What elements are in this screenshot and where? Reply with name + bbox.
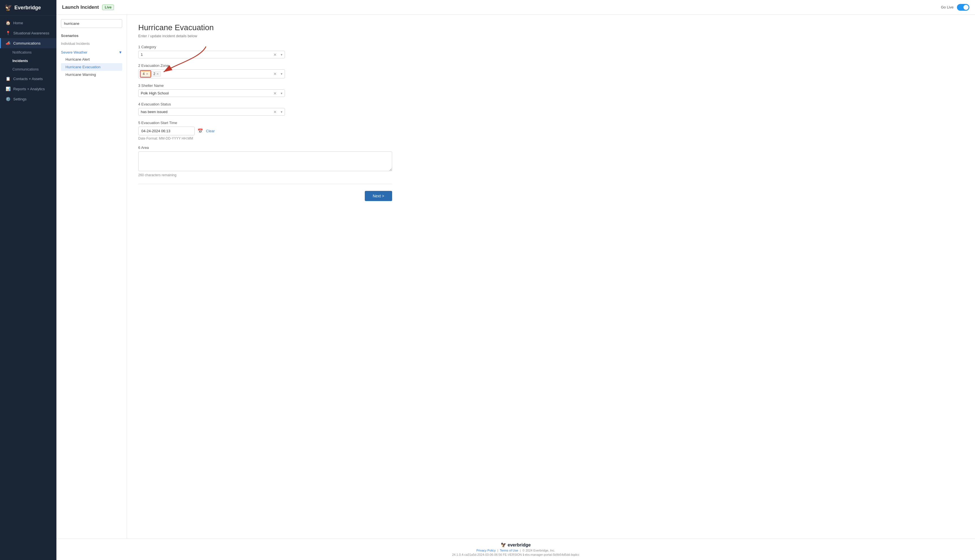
category-control[interactable]: 1 ✕ ▾ <box>138 51 285 58</box>
zone-tag-4-close[interactable]: ✕ <box>146 72 149 76</box>
individual-incidents-title: Individual Incidents <box>57 40 127 47</box>
area-number: 6 <box>138 145 141 150</box>
char-count: 260 characters remaining <box>138 173 964 177</box>
zone-label-text: Evacuation Zone <box>141 63 169 68</box>
area-label: 6 Area <box>138 145 964 150</box>
situational-awareness-icon: 📍 <box>5 31 10 35</box>
sidebar-nav: 🏠 Home 📍 Situational Awareness 📣 Communi… <box>0 15 57 560</box>
shelter-label-text: Shelter Name <box>141 83 164 88</box>
scenario-group-header[interactable]: Severe Weather ▼ <box>61 49 122 55</box>
zone-clear-icon[interactable]: ✕ <box>273 72 277 76</box>
form-title: Hurricane Evacuation <box>138 23 964 32</box>
sidebar-item-reports-analytics[interactable]: 📊 Reports + Analytics <box>0 84 57 94</box>
evacuation-zone-control[interactable]: 4 ✕ 2 ✕ ✕ ▾ <box>138 69 285 78</box>
form-subtitle: Enter / update incident details below <box>138 34 964 38</box>
clear-datetime-link[interactable]: Clear <box>206 129 215 133</box>
date-format-hint: Date Format: MM-DD-YYYY HH:MM <box>138 137 964 140</box>
search-wrapper <box>57 19 127 31</box>
form-panel-inner: Hurricane Evacuation Enter / update inci… <box>138 23 964 201</box>
field-evacuation-start-time: 5 Evacuation Start Time 📅 Clear Date For… <box>138 121 964 140</box>
field-area: 6 Area 260 characters remaining <box>138 145 964 177</box>
datetime-wrapper: 📅 Clear <box>138 127 964 135</box>
scenario-item-hurricane-warning[interactable]: Hurricane Warning <box>61 71 122 78</box>
field-shelter-name: 3 Shelter Name Polk High School ✕ ▾ <box>138 83 964 97</box>
shelter-number: 3 <box>138 83 141 88</box>
scenario-item-hurricane-evacuation[interactable]: Hurricane Evacuation <box>61 63 122 71</box>
footer-logo: 🦅 everbridge <box>60 542 972 548</box>
live-badge: Live <box>102 5 114 10</box>
scenarios-title: Scenarios <box>57 31 127 40</box>
settings-icon: ⚙️ <box>5 97 10 101</box>
zone-tag-2[interactable]: 2 ✕ <box>152 71 161 77</box>
sidebar-item-situational-awareness[interactable]: 📍 Situational Awareness <box>0 28 57 38</box>
scenario-item-hurricane-alert[interactable]: Hurricane Alert <box>61 55 122 63</box>
footer-version: 24.1.0.4-ca31a5d-2024-03-06-06:56 FE-VER… <box>60 553 972 557</box>
zone-tag-4-value: 4 <box>143 72 145 76</box>
status-clear-icon[interactable]: ✕ <box>273 110 277 114</box>
logo-text: Everbridge <box>14 5 41 11</box>
home-icon: 🏠 <box>5 21 10 25</box>
content-area: Scenarios Individual Incidents Severe We… <box>57 15 975 538</box>
sidebar-item-home-label: Home <box>13 21 23 25</box>
status-dropdown-icon[interactable]: ▾ <box>281 110 282 114</box>
datetime-input[interactable] <box>138 127 195 135</box>
area-label-text: Area <box>141 145 149 150</box>
zone-dropdown-icon[interactable]: ▾ <box>281 72 282 76</box>
shelter-name-control[interactable]: Polk High School ✕ ▾ <box>138 89 285 97</box>
form-actions: Next > <box>138 191 392 201</box>
evacuation-status-label: 4 Evacuation Status <box>138 102 964 106</box>
zone-tag-4-wrapper: 4 ✕ <box>141 71 150 77</box>
sidebar-subitem-incidents[interactable]: Incidents <box>0 57 57 65</box>
field-evacuation-status: 4 Evacuation Status has been issued ✕ ▾ <box>138 102 964 116</box>
field-evacuation-zone: 2 Evacuation Zone 4 ✕ 2 ✕ <box>138 63 964 78</box>
category-number: 1 <box>138 45 141 49</box>
evacuation-status-control[interactable]: has been issued ✕ ▾ <box>138 108 285 116</box>
sidebar-item-reports-analytics-label: Reports + Analytics <box>13 87 45 91</box>
terms-of-use-link[interactable]: Terms of Use <box>500 549 518 552</box>
zone-tag-4[interactable]: 4 ✕ <box>141 71 150 77</box>
reports-analytics-icon: 📊 <box>5 87 10 91</box>
communications-icon: 📣 <box>5 41 10 45</box>
shelter-clear-icon[interactable]: ✕ <box>273 91 277 96</box>
form-panel: Hurricane Evacuation Enter / update inci… <box>127 15 975 538</box>
sidebar-item-contacts-assets[interactable]: 📋 Contacts + Assets <box>0 73 57 84</box>
go-live-toggle[interactable] <box>957 4 969 11</box>
top-header: Launch Incident Live Go Live <box>57 0 975 15</box>
category-dropdown-icon[interactable]: ▾ <box>281 53 282 57</box>
category-label-text: Category <box>141 45 156 49</box>
start-time-number: 5 <box>138 121 141 125</box>
sidebar-item-settings[interactable]: ⚙️ Settings <box>0 94 57 104</box>
next-button[interactable]: Next > <box>365 191 392 201</box>
search-input[interactable] <box>61 19 122 28</box>
sidebar-subitem-notifications[interactable]: Notifications <box>0 48 57 57</box>
zone-tag-2-value: 2 <box>154 72 155 76</box>
left-panel: Scenarios Individual Incidents Severe We… <box>57 15 127 538</box>
scenario-group-label: Severe Weather <box>61 50 87 54</box>
status-label-text: Evacuation Status <box>141 102 171 106</box>
sidebar-item-settings-label: Settings <box>13 97 27 101</box>
shelter-dropdown-icon[interactable]: ▾ <box>281 92 282 95</box>
privacy-policy-link[interactable]: Privacy Policy <box>476 549 496 552</box>
chevron-down-icon: ▼ <box>119 50 122 54</box>
evacuation-status-value: has been issued <box>141 110 275 114</box>
sidebar-item-home[interactable]: 🏠 Home <box>0 18 57 28</box>
calendar-icon: 📅 <box>197 128 203 134</box>
contacts-assets-icon: 📋 <box>5 77 10 81</box>
footer-links: Privacy Policy | Terms of Use | © 2024 E… <box>60 549 972 552</box>
shelter-name-value: Polk High School <box>141 91 275 95</box>
sidebar-logo: 🦅 Everbridge <box>0 0 57 15</box>
evacuation-start-time-label: 5 Evacuation Start Time <box>138 121 964 125</box>
zone-number: 2 <box>138 63 141 68</box>
area-textarea[interactable] <box>138 152 392 171</box>
footer-copyright: © 2024 Everbridge, Inc. <box>523 549 555 552</box>
sidebar-subitem-communications[interactable]: Communications <box>0 65 57 73</box>
main-wrapper: Launch Incident Live Go Live Scenarios I… <box>57 0 975 560</box>
shelter-name-label: 3 Shelter Name <box>138 83 964 88</box>
category-clear-icon[interactable]: ✕ <box>273 52 277 57</box>
sidebar-item-communications[interactable]: 📣 Communications <box>0 38 57 48</box>
category-value: 1 <box>141 52 275 57</box>
start-time-label-text: Evacuation Start Time <box>141 121 177 125</box>
zone-tag-2-close[interactable]: ✕ <box>156 72 159 76</box>
scenario-group-severe-weather: Severe Weather ▼ Hurricane Alert Hurrica… <box>57 47 127 80</box>
sidebar: 🦅 Everbridge 🏠 Home 📍 Situational Awaren… <box>0 0 57 560</box>
